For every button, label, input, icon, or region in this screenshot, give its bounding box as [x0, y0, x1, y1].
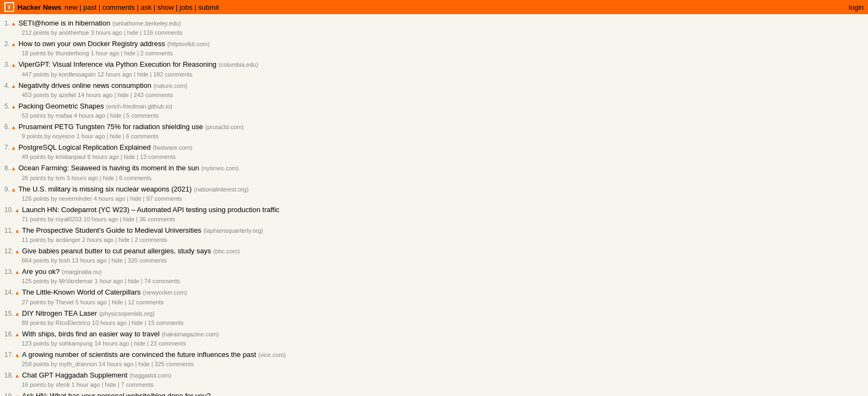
story-comments[interactable]: 182 comments — [153, 71, 192, 78]
story-hide[interactable]: hide — [103, 175, 114, 181]
story-link[interactable]: SETI@home is in hibernation — [18, 19, 110, 27]
upvote-arrow[interactable]: ▲ — [15, 290, 20, 296]
upvote-arrow[interactable]: ▲ — [11, 41, 16, 47]
upvote-arrow[interactable]: ▲ — [15, 269, 20, 275]
nav-new[interactable]: new — [65, 3, 78, 11]
story-user[interactable]: thunderbong — [55, 50, 89, 56]
story-hide[interactable]: hide — [132, 320, 143, 326]
login-button[interactable]: login — [849, 3, 864, 11]
upvote-arrow[interactable]: ▲ — [11, 187, 16, 193]
story-link[interactable]: A growing number of scientists are convi… — [22, 350, 256, 359]
story-comments[interactable]: 7 comments — [121, 381, 154, 388]
story-hide[interactable]: hide — [124, 154, 135, 160]
story-link[interactable]: The U.S. military is missing six nuclear… — [18, 185, 192, 193]
story-comments[interactable]: 74 comments — [144, 278, 180, 284]
story-hide[interactable]: hide — [128, 278, 139, 284]
upvote-arrow[interactable]: ▲ — [15, 311, 20, 317]
site-title[interactable]: Hacker News — [17, 3, 61, 11]
story-comments[interactable]: 116 comments — [143, 29, 182, 36]
upvote-arrow[interactable]: ▲ — [11, 124, 16, 130]
story-user[interactable]: acdanger — [55, 237, 80, 243]
story-hide[interactable]: hide — [130, 195, 142, 202]
story-comments[interactable]: 36 comments — [139, 216, 175, 222]
story-user[interactable]: noyesno — [52, 133, 75, 139]
story-comments[interactable]: 15 comments — [148, 320, 184, 326]
story-user[interactable]: royal0203 — [55, 216, 81, 222]
upvote-arrow[interactable]: ▲ — [11, 145, 16, 151]
story-user[interactable]: sfenk — [55, 381, 69, 388]
story-link[interactable]: PostgreSQL Logical Replication Explained — [18, 143, 151, 151]
hn-logo[interactable]: Y — [4, 2, 14, 12]
story-hide[interactable]: hide — [110, 112, 122, 119]
story-comments[interactable]: 5 comments — [126, 112, 159, 119]
upvote-arrow[interactable]: ▲ — [15, 352, 20, 358]
story-hide[interactable]: hide — [112, 299, 123, 305]
story-hide[interactable]: hide — [137, 71, 149, 78]
story-link[interactable]: Launch HN: Codeparrot (YC W23) – Automat… — [22, 206, 280, 214]
upvote-arrow[interactable]: ▲ — [11, 165, 16, 171]
story-link[interactable]: With ships, birds find an easier way to … — [22, 330, 160, 338]
story-comments[interactable]: 12 comments — [128, 299, 164, 305]
story-user[interactable]: azefiel — [59, 92, 76, 98]
story-comments[interactable]: 243 comments — [133, 92, 173, 98]
story-user[interactable]: RicoElectrico — [55, 320, 90, 326]
story-comments[interactable]: 325 comments — [155, 361, 194, 367]
story-link[interactable]: Prusament PETG Tungsten 75% for radiatio… — [18, 123, 203, 131]
story-user[interactable]: lxm — [55, 175, 65, 181]
story-user[interactable]: sohkamyung — [59, 340, 93, 347]
story-hide[interactable]: hide — [134, 340, 145, 347]
story-user[interactable]: neverminder — [59, 195, 92, 202]
upvote-arrow[interactable]: ▲ — [15, 228, 20, 234]
story-hide[interactable]: hide — [118, 237, 130, 243]
story-comments[interactable]: 6 comments — [119, 175, 151, 181]
story-link[interactable]: Ocean Farming: Seaweed is having its mom… — [18, 164, 199, 172]
story-comments[interactable]: 97 comments — [146, 195, 182, 202]
story-comments[interactable]: 320 comments — [127, 257, 167, 264]
nav-show[interactable]: show — [157, 3, 174, 11]
upvote-arrow[interactable]: ▲ — [11, 21, 16, 27]
nav-submit[interactable]: submit — [199, 3, 219, 11]
story-comments[interactable]: 2 comments — [141, 50, 173, 56]
story-hide[interactable]: hide — [124, 50, 136, 56]
story-link[interactable]: Give babies peanut butter to cut peanut … — [22, 247, 211, 255]
story-user[interactable]: tosh — [59, 257, 71, 264]
story-link[interactable]: Are you ok? — [22, 267, 60, 276]
nav-comments[interactable]: comments — [103, 3, 135, 11]
story-hide[interactable]: hide — [112, 257, 123, 264]
story-link[interactable]: DIY Nitrogen TEA Laser — [22, 309, 97, 317]
story-link[interactable]: ViperGPT: Visual Inference via Python Ex… — [18, 60, 216, 68]
story-hide[interactable]: hide — [105, 381, 116, 388]
story-hide[interactable]: hide — [118, 92, 129, 98]
story-link[interactable]: The Prospective Student's Guide to Medie… — [22, 226, 202, 234]
upvote-arrow[interactable]: ▲ — [11, 83, 16, 89]
story-user[interactable]: mafaa — [55, 112, 72, 119]
story-comments[interactable]: 13 comments — [140, 154, 176, 160]
story-comments[interactable]: 23 comments — [150, 340, 186, 347]
story-user[interactable]: MrVandemar — [59, 278, 93, 284]
upvote-arrow[interactable]: ▲ — [15, 373, 20, 379]
story-comments[interactable]: 6 comments — [126, 133, 158, 139]
nav-ask[interactable]: ask — [141, 3, 151, 11]
story-user[interactable]: Thevet — [55, 299, 74, 305]
story-link[interactable]: Ask HN: What has your personal website/b… — [22, 392, 211, 396]
upvote-arrow[interactable]: ▲ — [11, 62, 16, 68]
upvote-arrow[interactable]: ▲ — [15, 248, 20, 254]
story-link[interactable]: The Little-Known World of Caterpillars — [22, 288, 141, 296]
upvote-arrow[interactable]: ▲ — [11, 104, 16, 110]
story-hide[interactable]: hide — [123, 216, 135, 222]
upvote-arrow[interactable]: ▲ — [15, 393, 20, 396]
story-link[interactable]: Packing Geometric Shapes — [18, 102, 104, 110]
upvote-arrow[interactable]: ▲ — [15, 331, 20, 337]
story-hide[interactable]: hide — [110, 133, 121, 139]
story-comments[interactable]: 2 comments — [135, 237, 167, 243]
story-user[interactable]: anotherhue — [59, 29, 90, 36]
story-link[interactable]: How to own your own Docker Registry addr… — [18, 40, 165, 48]
story-link[interactable]: Chat GPT Haggadah Supplement — [22, 371, 127, 379]
story-user[interactable]: kordlessagain — [59, 71, 96, 78]
nav-jobs[interactable]: jobs — [180, 3, 193, 11]
story-user[interactable]: myth_drannon — [59, 361, 97, 367]
upvote-arrow[interactable]: ▲ — [15, 207, 20, 213]
story-hide[interactable]: hide — [127, 29, 138, 36]
nav-past[interactable]: past — [83, 3, 97, 11]
story-user[interactable]: kristianpaul — [55, 154, 86, 160]
